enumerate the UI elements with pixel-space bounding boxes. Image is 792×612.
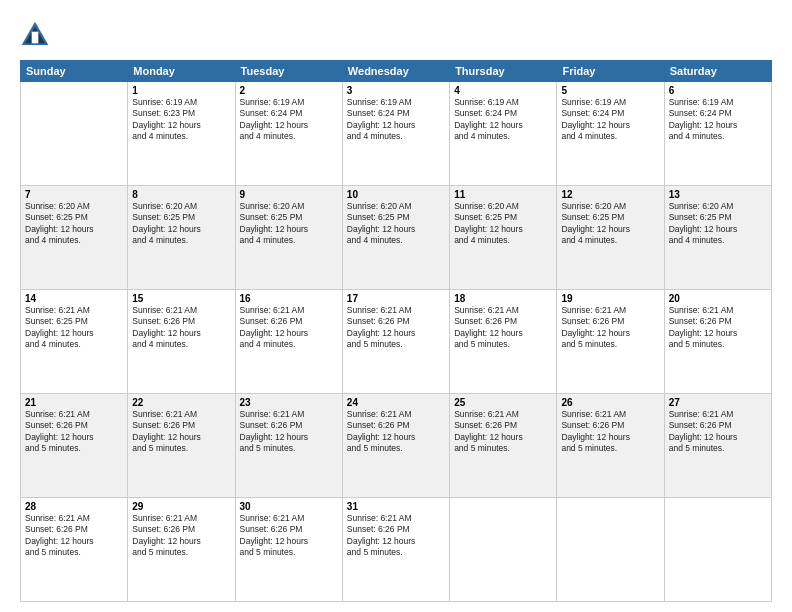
day-info: Sunrise: 6:19 AM Sunset: 6:23 PM Dayligh… [132, 97, 230, 143]
day-number: 23 [240, 397, 338, 408]
calendar-cell: 29Sunrise: 6:21 AM Sunset: 6:26 PM Dayli… [128, 498, 235, 602]
calendar-cell: 23Sunrise: 6:21 AM Sunset: 6:26 PM Dayli… [235, 394, 342, 498]
calendar-cell: 8Sunrise: 6:20 AM Sunset: 6:25 PM Daylig… [128, 186, 235, 290]
day-number: 29 [132, 501, 230, 512]
calendar-week-row: 28Sunrise: 6:21 AM Sunset: 6:26 PM Dayli… [21, 498, 772, 602]
day-number: 12 [561, 189, 659, 200]
col-saturday: Saturday [664, 61, 771, 82]
day-number: 7 [25, 189, 123, 200]
calendar-week-row: 1Sunrise: 6:19 AM Sunset: 6:23 PM Daylig… [21, 82, 772, 186]
day-number: 11 [454, 189, 552, 200]
calendar-cell: 30Sunrise: 6:21 AM Sunset: 6:26 PM Dayli… [235, 498, 342, 602]
calendar-cell [557, 498, 664, 602]
calendar-cell: 22Sunrise: 6:21 AM Sunset: 6:26 PM Dayli… [128, 394, 235, 498]
day-number: 18 [454, 293, 552, 304]
calendar-cell: 14Sunrise: 6:21 AM Sunset: 6:25 PM Dayli… [21, 290, 128, 394]
day-info: Sunrise: 6:21 AM Sunset: 6:26 PM Dayligh… [132, 409, 230, 455]
calendar-cell: 31Sunrise: 6:21 AM Sunset: 6:26 PM Dayli… [342, 498, 449, 602]
calendar-cell: 1Sunrise: 6:19 AM Sunset: 6:23 PM Daylig… [128, 82, 235, 186]
calendar-cell: 15Sunrise: 6:21 AM Sunset: 6:26 PM Dayli… [128, 290, 235, 394]
page: Sunday Monday Tuesday Wednesday Thursday… [0, 0, 792, 612]
day-info: Sunrise: 6:21 AM Sunset: 6:26 PM Dayligh… [25, 513, 123, 559]
calendar-cell: 20Sunrise: 6:21 AM Sunset: 6:26 PM Dayli… [664, 290, 771, 394]
day-number: 28 [25, 501, 123, 512]
day-number: 24 [347, 397, 445, 408]
col-monday: Monday [128, 61, 235, 82]
logo-icon [20, 20, 50, 50]
day-info: Sunrise: 6:21 AM Sunset: 6:26 PM Dayligh… [240, 409, 338, 455]
day-number: 6 [669, 85, 767, 96]
day-info: Sunrise: 6:19 AM Sunset: 6:24 PM Dayligh… [240, 97, 338, 143]
calendar-cell: 27Sunrise: 6:21 AM Sunset: 6:26 PM Dayli… [664, 394, 771, 498]
calendar-header-row: Sunday Monday Tuesday Wednesday Thursday… [21, 61, 772, 82]
day-info: Sunrise: 6:19 AM Sunset: 6:24 PM Dayligh… [454, 97, 552, 143]
day-number: 20 [669, 293, 767, 304]
calendar-week-row: 21Sunrise: 6:21 AM Sunset: 6:26 PM Dayli… [21, 394, 772, 498]
calendar-cell: 19Sunrise: 6:21 AM Sunset: 6:26 PM Dayli… [557, 290, 664, 394]
day-info: Sunrise: 6:21 AM Sunset: 6:26 PM Dayligh… [132, 305, 230, 351]
day-number: 27 [669, 397, 767, 408]
calendar-cell: 13Sunrise: 6:20 AM Sunset: 6:25 PM Dayli… [664, 186, 771, 290]
day-number: 9 [240, 189, 338, 200]
day-info: Sunrise: 6:21 AM Sunset: 6:25 PM Dayligh… [25, 305, 123, 351]
day-number: 5 [561, 85, 659, 96]
day-info: Sunrise: 6:21 AM Sunset: 6:26 PM Dayligh… [454, 409, 552, 455]
calendar-cell: 21Sunrise: 6:21 AM Sunset: 6:26 PM Dayli… [21, 394, 128, 498]
calendar-cell [450, 498, 557, 602]
day-info: Sunrise: 6:20 AM Sunset: 6:25 PM Dayligh… [454, 201, 552, 247]
day-number: 19 [561, 293, 659, 304]
day-info: Sunrise: 6:20 AM Sunset: 6:25 PM Dayligh… [347, 201, 445, 247]
day-info: Sunrise: 6:21 AM Sunset: 6:26 PM Dayligh… [561, 305, 659, 351]
calendar-cell: 11Sunrise: 6:20 AM Sunset: 6:25 PM Dayli… [450, 186, 557, 290]
day-info: Sunrise: 6:20 AM Sunset: 6:25 PM Dayligh… [240, 201, 338, 247]
calendar-cell: 3Sunrise: 6:19 AM Sunset: 6:24 PM Daylig… [342, 82, 449, 186]
calendar-cell: 12Sunrise: 6:20 AM Sunset: 6:25 PM Dayli… [557, 186, 664, 290]
day-number: 13 [669, 189, 767, 200]
day-info: Sunrise: 6:21 AM Sunset: 6:26 PM Dayligh… [132, 513, 230, 559]
calendar-cell: 24Sunrise: 6:21 AM Sunset: 6:26 PM Dayli… [342, 394, 449, 498]
day-number: 25 [454, 397, 552, 408]
calendar-cell: 16Sunrise: 6:21 AM Sunset: 6:26 PM Dayli… [235, 290, 342, 394]
calendar-cell: 5Sunrise: 6:19 AM Sunset: 6:24 PM Daylig… [557, 82, 664, 186]
calendar-cell: 26Sunrise: 6:21 AM Sunset: 6:26 PM Dayli… [557, 394, 664, 498]
calendar-cell: 10Sunrise: 6:20 AM Sunset: 6:25 PM Dayli… [342, 186, 449, 290]
col-wednesday: Wednesday [342, 61, 449, 82]
day-number: 22 [132, 397, 230, 408]
col-tuesday: Tuesday [235, 61, 342, 82]
day-number: 4 [454, 85, 552, 96]
calendar-cell: 4Sunrise: 6:19 AM Sunset: 6:24 PM Daylig… [450, 82, 557, 186]
day-info: Sunrise: 6:21 AM Sunset: 6:26 PM Dayligh… [347, 513, 445, 559]
calendar-cell: 18Sunrise: 6:21 AM Sunset: 6:26 PM Dayli… [450, 290, 557, 394]
day-info: Sunrise: 6:20 AM Sunset: 6:25 PM Dayligh… [132, 201, 230, 247]
day-number: 3 [347, 85, 445, 96]
calendar-cell [21, 82, 128, 186]
day-number: 10 [347, 189, 445, 200]
day-info: Sunrise: 6:21 AM Sunset: 6:26 PM Dayligh… [669, 305, 767, 351]
day-info: Sunrise: 6:19 AM Sunset: 6:24 PM Dayligh… [561, 97, 659, 143]
calendar-cell: 17Sunrise: 6:21 AM Sunset: 6:26 PM Dayli… [342, 290, 449, 394]
col-thursday: Thursday [450, 61, 557, 82]
day-info: Sunrise: 6:19 AM Sunset: 6:24 PM Dayligh… [669, 97, 767, 143]
day-info: Sunrise: 6:20 AM Sunset: 6:25 PM Dayligh… [561, 201, 659, 247]
calendar-cell [664, 498, 771, 602]
calendar-cell: 7Sunrise: 6:20 AM Sunset: 6:25 PM Daylig… [21, 186, 128, 290]
day-number: 17 [347, 293, 445, 304]
header [20, 20, 772, 50]
day-info: Sunrise: 6:21 AM Sunset: 6:26 PM Dayligh… [240, 513, 338, 559]
day-info: Sunrise: 6:20 AM Sunset: 6:25 PM Dayligh… [25, 201, 123, 247]
col-friday: Friday [557, 61, 664, 82]
logo [20, 20, 54, 50]
day-number: 31 [347, 501, 445, 512]
day-info: Sunrise: 6:21 AM Sunset: 6:26 PM Dayligh… [347, 305, 445, 351]
calendar-cell: 25Sunrise: 6:21 AM Sunset: 6:26 PM Dayli… [450, 394, 557, 498]
calendar-cell: 28Sunrise: 6:21 AM Sunset: 6:26 PM Dayli… [21, 498, 128, 602]
day-info: Sunrise: 6:21 AM Sunset: 6:26 PM Dayligh… [347, 409, 445, 455]
day-info: Sunrise: 6:19 AM Sunset: 6:24 PM Dayligh… [347, 97, 445, 143]
calendar-table: Sunday Monday Tuesday Wednesday Thursday… [20, 60, 772, 602]
svg-rect-2 [32, 32, 39, 44]
calendar-week-row: 14Sunrise: 6:21 AM Sunset: 6:25 PM Dayli… [21, 290, 772, 394]
day-number: 1 [132, 85, 230, 96]
calendar-cell: 6Sunrise: 6:19 AM Sunset: 6:24 PM Daylig… [664, 82, 771, 186]
col-sunday: Sunday [21, 61, 128, 82]
calendar-week-row: 7Sunrise: 6:20 AM Sunset: 6:25 PM Daylig… [21, 186, 772, 290]
